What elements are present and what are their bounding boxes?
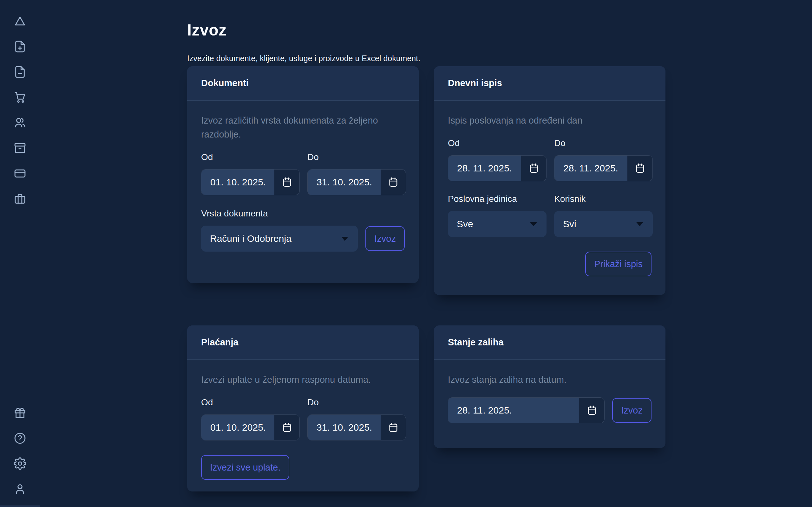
card-dokumenti-body: Izvoz različitih vrsta dokumenata za žel… xyxy=(187,101,419,251)
dokumenti-to-date-value: 31. 10. 2025. xyxy=(308,170,380,195)
dnevni-from-calendar-button[interactable] xyxy=(521,156,546,181)
placanja-date-range: Od 01. 10. 2025. Do 31. 10. 2025. xyxy=(201,397,405,441)
show-daily-report-button[interactable]: Prikaži ispis xyxy=(585,251,652,276)
calendar-icon xyxy=(388,176,399,188)
business-unit-label: Poslovna jedinica xyxy=(448,194,547,204)
dnevni-from-date-value: 28. 11. 2025. xyxy=(448,156,521,181)
sidebar-bottom-nav xyxy=(0,406,40,496)
dnevni-from-field: Od 28. 11. 2025. xyxy=(448,138,547,181)
help-circle-icon[interactable] xyxy=(13,432,27,445)
dnevni-date-range: Od 28. 11. 2025. Do 28. 11. 2025. xyxy=(448,138,652,181)
placanja-to-date-input[interactable]: 31. 10. 2025. xyxy=(307,414,406,441)
dokumenti-from-date-value: 01. 10. 2025. xyxy=(201,170,274,195)
card-stanje-zaliha-header: Stanje zaliha xyxy=(434,326,665,360)
logo-triangle-icon[interactable] xyxy=(13,14,27,28)
briefcase-icon[interactable] xyxy=(13,192,27,205)
card-stanje-zaliha-title: Stanje zaliha xyxy=(448,337,504,348)
page-subtitle: Izvezite dokumente, klijente, usluge i p… xyxy=(187,54,420,63)
dokumenti-to-field: Do 31. 10. 2025. xyxy=(307,152,406,195)
card-dnevni-ispis-title: Dnevni ispis xyxy=(448,78,502,89)
dokumenti-date-range: Od 01. 10. 2025. Do 31. 10. 2025. xyxy=(201,152,405,195)
card-dnevni-ispis-body: Ispis poslovanja na određeni dan Od 28. … xyxy=(434,101,665,276)
dnevni-to-date-value: 28. 11. 2025. xyxy=(554,156,627,181)
business-unit-select[interactable]: Sve xyxy=(448,211,547,237)
settings-icon[interactable] xyxy=(13,457,27,470)
calendar-icon xyxy=(281,176,293,188)
placanja-from-date-input[interactable]: 01. 10. 2025. xyxy=(201,414,300,441)
page-title: Izvoz xyxy=(187,21,227,39)
dnevni-actions: Prikaži ispis xyxy=(448,251,652,276)
file-minus-icon[interactable] xyxy=(13,65,27,78)
sidebar-top-nav xyxy=(0,14,40,205)
placanja-from-date-value: 01. 10. 2025. xyxy=(201,415,274,440)
zalihe-calendar-button[interactable] xyxy=(579,398,604,423)
calendar-icon xyxy=(281,422,293,433)
calendar-icon xyxy=(388,422,399,433)
calendar-icon xyxy=(528,163,540,174)
dokumenti-from-date-input[interactable]: 01. 10. 2025. xyxy=(201,169,300,195)
dnevni-from-label: Od xyxy=(448,138,547,148)
placanja-to-label: Do xyxy=(307,397,406,407)
zalihe-export-row: 28. 11. 2025. Izvoz xyxy=(448,397,652,424)
users-icon[interactable] xyxy=(13,116,27,129)
doc-type-selected-value: Računi i Odobrenja xyxy=(210,233,292,244)
placanja-to-calendar-button[interactable] xyxy=(380,415,406,440)
card-placanja-header: Plaćanja xyxy=(187,326,419,360)
card-placanja-body: Izvezi uplate u željenom rasponu datuma.… xyxy=(187,360,419,480)
doc-type-select[interactable]: Računi i Odobrenja xyxy=(201,226,358,251)
zalihe-date-value: 28. 11. 2025. xyxy=(448,398,579,423)
dnevni-to-calendar-button[interactable] xyxy=(627,156,653,181)
zalihe-date-input[interactable]: 28. 11. 2025. xyxy=(448,397,605,424)
archive-icon[interactable] xyxy=(13,141,27,155)
user-filter-field: Korisnik Svi xyxy=(554,194,653,237)
card-dnevni-ispis: Dnevni ispis Ispis poslovanja na određen… xyxy=(434,66,665,295)
export-payments-button[interactable]: Izvezi sve uplate. xyxy=(201,455,289,480)
user-filter-select[interactable]: Svi xyxy=(554,211,653,237)
card-dokumenti-title: Dokumenti xyxy=(201,78,249,89)
dokumenti-to-label: Do xyxy=(307,152,406,162)
shopping-cart-icon[interactable] xyxy=(13,91,27,104)
placanja-from-calendar-button[interactable] xyxy=(274,415,299,440)
user-filter-label: Korisnik xyxy=(554,194,653,204)
card-dokumenti: Dokumenti Izvoz različitih vrsta dokumen… xyxy=(187,66,419,283)
placanja-from-field: Od 01. 10. 2025. xyxy=(201,397,300,441)
dokumenti-to-date-input[interactable]: 31. 10. 2025. xyxy=(307,169,406,195)
business-unit-selected-value: Sve xyxy=(457,219,473,229)
doc-type-label: Vrsta dokumenta xyxy=(201,209,405,219)
sidebar xyxy=(0,0,40,507)
chevron-down-icon xyxy=(341,237,348,241)
dnevni-to-date-input[interactable]: 28. 11. 2025. xyxy=(554,155,653,181)
gift-icon[interactable] xyxy=(13,406,27,419)
placanja-from-label: Od xyxy=(201,397,300,407)
doc-type-row: Računi i Odobrenja Izvoz xyxy=(201,226,405,251)
chevron-down-icon xyxy=(530,222,537,226)
card-dnevni-ispis-header: Dnevni ispis xyxy=(434,66,665,101)
dokumenti-to-calendar-button[interactable] xyxy=(380,170,406,195)
file-plus-icon[interactable] xyxy=(13,40,27,53)
dnevni-to-label: Do xyxy=(554,138,653,148)
card-dokumenti-description: Izvoz različitih vrsta dokumenata za žel… xyxy=(201,113,398,141)
calendar-icon xyxy=(635,163,646,174)
dnevni-filters-row: Poslovna jedinica Sve Korisnik Svi xyxy=(448,194,652,237)
business-unit-field: Poslovna jedinica Sve xyxy=(448,194,547,237)
user-icon[interactable] xyxy=(13,482,27,496)
dokumenti-from-field: Od 01. 10. 2025. xyxy=(201,152,300,195)
export-page: Izvoz Izvezite dokumente, klijente, uslu… xyxy=(0,0,812,507)
card-placanja-description: Izvezi uplate u željenom rasponu datuma. xyxy=(201,373,405,387)
dnevni-to-field: Do 28. 11. 2025. xyxy=(554,138,653,181)
chevron-down-icon xyxy=(636,222,643,226)
placanja-to-field: Do 31. 10. 2025. xyxy=(307,397,406,441)
dnevni-from-date-input[interactable]: 28. 11. 2025. xyxy=(448,155,547,181)
card-dokumenti-header: Dokumenti xyxy=(187,66,419,101)
placanja-actions: Izvezi sve uplate. xyxy=(201,455,405,480)
card-stanje-zaliha-body: Izvoz stanja zaliha na datum. 28. 11. 20… xyxy=(434,360,665,424)
card-stanje-zaliha: Stanje zaliha Izvoz stanja zaliha na dat… xyxy=(434,326,665,448)
export-documents-button[interactable]: Izvoz xyxy=(365,226,405,251)
card-placanja: Plaćanja Izvezi uplate u željenom raspon… xyxy=(187,326,419,492)
credit-card-icon[interactable] xyxy=(13,167,27,180)
card-stanje-zaliha-description: Izvoz stanja zaliha na datum. xyxy=(448,373,652,387)
dokumenti-from-calendar-button[interactable] xyxy=(274,170,299,195)
dokumenti-from-label: Od xyxy=(201,152,300,162)
export-stock-button[interactable]: Izvoz xyxy=(612,398,652,423)
card-placanja-title: Plaćanja xyxy=(201,337,239,348)
